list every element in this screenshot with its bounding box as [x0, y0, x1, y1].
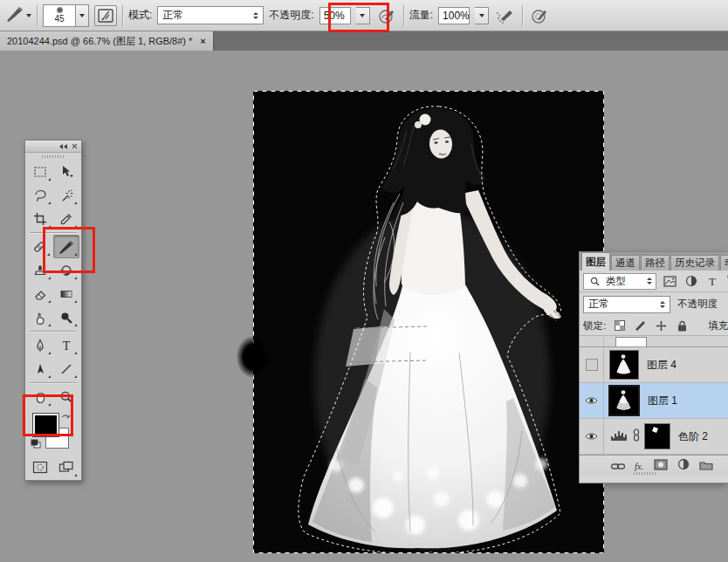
- layer-row-selected[interactable]: 图层 1: [580, 383, 728, 419]
- tab-actions[interactable]: 动: [720, 255, 728, 271]
- layer-name[interactable]: 图层 1: [648, 394, 677, 408]
- flow-dropdown-button[interactable]: [475, 7, 489, 24]
- spinner-icon: [642, 278, 652, 284]
- airbrush-button[interactable]: [494, 5, 517, 26]
- eye-icon: [585, 393, 598, 408]
- screen-mode-button[interactable]: [54, 456, 79, 478]
- svg-text:T: T: [63, 339, 71, 353]
- brush-size-value: 45: [54, 14, 64, 24]
- layer-thumbnail[interactable]: [609, 350, 639, 380]
- layer-thumbnail[interactable]: [608, 385, 640, 416]
- visibility-empty-icon: [586, 359, 598, 371]
- lock-transparency-icon[interactable]: [612, 319, 627, 333]
- fill-label: 填充: [708, 319, 728, 332]
- brush-size-picker[interactable]: 45: [43, 4, 89, 27]
- layer-mask-thumbnail[interactable]: [644, 423, 670, 449]
- toolbox-panel: T: [24, 140, 82, 481]
- brush-size-dropdown[interactable]: [76, 4, 89, 27]
- rect-marquee-tool[interactable]: [28, 161, 52, 182]
- foreground-color-swatch[interactable]: [33, 414, 58, 436]
- healing-brush-tool[interactable]: [27, 236, 52, 257]
- hand-tool[interactable]: [28, 386, 52, 408]
- swap-colors-icon[interactable]: [60, 411, 71, 427]
- lock-pixels-icon[interactable]: [633, 319, 648, 333]
- toggle-brush-panel-button[interactable]: [94, 5, 117, 26]
- close-icon[interactable]: [72, 143, 78, 149]
- filter-pixel-layers-icon[interactable]: [663, 274, 677, 289]
- smudge-tool[interactable]: [28, 306, 52, 328]
- filter-kind-select[interactable]: 类型: [583, 273, 656, 290]
- eyedropper-tool[interactable]: [54, 208, 79, 230]
- pen-tool[interactable]: [28, 334, 52, 356]
- visibility-toggle[interactable]: [580, 419, 604, 454]
- filter-adjustment-layers-icon[interactable]: [683, 274, 698, 289]
- flow-value: 100%: [443, 10, 470, 22]
- tool-preset-button[interactable]: [5, 5, 31, 26]
- mode-value: 正常: [162, 8, 183, 23]
- layers-panel: 图层 通道 路径 历史记录 动 类型 T: [579, 251, 728, 483]
- divider: [522, 5, 523, 26]
- visibility-toggle[interactable]: [580, 383, 604, 418]
- add-mask-icon[interactable]: [654, 458, 668, 474]
- levels-icon: [610, 428, 629, 445]
- zoom-tool[interactable]: [54, 386, 79, 408]
- adjustment-layer-row[interactable]: 色阶 2: [580, 419, 728, 455]
- canvas-artwork: [253, 91, 604, 553]
- clone-stamp-tool[interactable]: [28, 259, 52, 281]
- pressure-opacity-button[interactable]: [375, 5, 398, 26]
- tab-history[interactable]: 历史记录: [670, 255, 719, 271]
- eraser-tool[interactable]: [28, 283, 52, 305]
- tab-layers[interactable]: 图层: [581, 252, 610, 271]
- visibility-toggle[interactable]: [580, 347, 604, 382]
- document-tab[interactable]: 20104244.psd @ 66.7% (图层 1, RGB/8#) * ×: [0, 31, 214, 51]
- quick-mask-button[interactable]: [28, 456, 52, 478]
- search-icon: [587, 274, 602, 289]
- layer-style-icon[interactable]: fx.: [635, 461, 644, 471]
- pressure-size-button[interactable]: [528, 5, 551, 26]
- brush-tool[interactable]: [53, 235, 79, 258]
- dodge-tool[interactable]: [54, 306, 79, 328]
- layer-name[interactable]: 色阶 2: [678, 429, 708, 444]
- chevron-down-icon: [26, 14, 31, 17]
- default-colors-icon[interactable]: [31, 437, 41, 453]
- history-brush-tool[interactable]: [54, 259, 79, 281]
- tab-channels[interactable]: 通道: [611, 255, 640, 271]
- line-shape-tool[interactable]: [54, 358, 79, 380]
- collapse-panel-icon[interactable]: [59, 144, 67, 149]
- mode-select[interactable]: 正常: [157, 6, 264, 24]
- color-swatches: [31, 411, 76, 455]
- canvas[interactable]: [253, 91, 604, 553]
- gradient-tool[interactable]: [54, 283, 79, 305]
- magic-wand-tool[interactable]: [54, 184, 79, 206]
- move-tool[interactable]: [54, 161, 79, 182]
- divider: [30, 232, 77, 233]
- flow-field[interactable]: 100%: [438, 7, 470, 24]
- lasso-tool[interactable]: [28, 184, 52, 206]
- layer-row-partial[interactable]: [580, 336, 728, 347]
- toolbox-grip[interactable]: [25, 153, 81, 160]
- crop-tool[interactable]: [28, 208, 52, 230]
- lock-position-icon[interactable]: [654, 319, 669, 333]
- opacity-value: 50%: [324, 10, 345, 22]
- divider: [403, 5, 404, 26]
- lock-label: 锁定:: [583, 319, 606, 332]
- new-adjustment-layer-icon[interactable]: [677, 458, 690, 474]
- opacity-field[interactable]: 50%: [319, 7, 351, 24]
- type-tool[interactable]: T: [54, 334, 79, 356]
- options-bar: 45 模式: 正常 不透明度: 50% 流量: 100%: [0, 0, 728, 31]
- lock-all-icon[interactable]: [675, 319, 690, 333]
- path-selection-tool[interactable]: [28, 358, 52, 380]
- close-icon[interactable]: ×: [200, 36, 205, 46]
- layer-row[interactable]: 图层 4: [580, 347, 728, 383]
- blend-mode-select[interactable]: 正常: [583, 296, 670, 313]
- filter-type-layers-icon[interactable]: T: [704, 274, 719, 289]
- svg-text:T: T: [709, 275, 716, 287]
- opacity-dropdown-button[interactable]: [356, 7, 370, 24]
- lock-row: 锁定: 填充: [580, 316, 728, 336]
- toolbox-header: [25, 140, 81, 153]
- link-layers-icon[interactable]: [611, 458, 625, 474]
- tab-paths[interactable]: 路径: [641, 255, 670, 271]
- panel-grip[interactable]: [634, 472, 656, 475]
- new-group-icon[interactable]: [699, 458, 713, 474]
- layer-name[interactable]: 图层 4: [647, 358, 676, 373]
